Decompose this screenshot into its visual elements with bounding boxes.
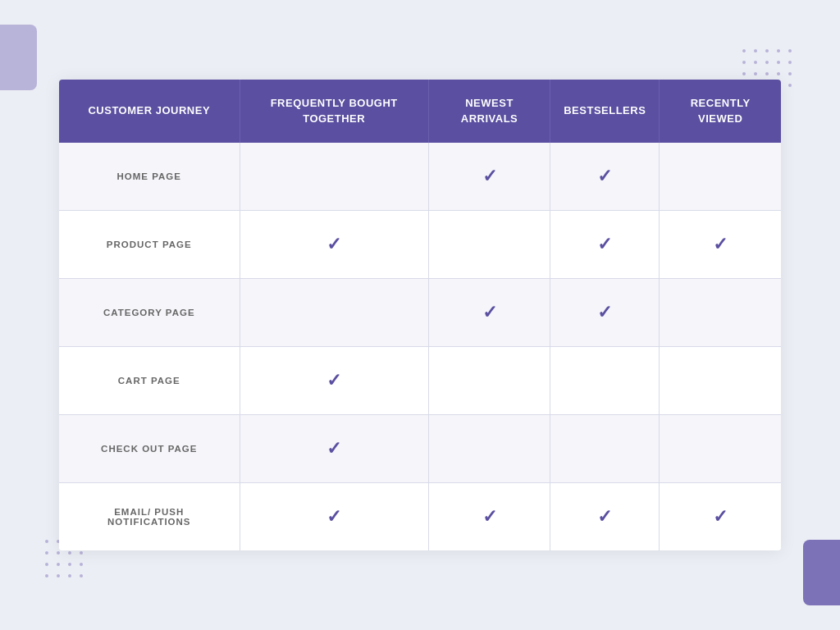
decorative-dot [788, 84, 792, 87]
checkmark-icon: ✓ [482, 506, 497, 527]
table-row: CHECK OUT PAGE✓ [59, 414, 781, 482]
newest-arrivals-cell: ✓ [428, 143, 550, 211]
frequently-bought-cell [240, 143, 428, 211]
header-frequently-bought: FREQUENTLY BOUGHT TOGETHER [240, 80, 428, 142]
journey-label: EMAIL/ PUSH NOTIFICATIONS [59, 482, 240, 550]
header-customer-journey: CUSTOMER JOURNEY [59, 80, 240, 142]
checkmark-icon: ✓ [326, 370, 341, 391]
header-newest-arrivals: NEWEST ARRIVALS [428, 80, 550, 142]
decorative-dot [765, 49, 769, 52]
comparison-table: CUSTOMER JOURNEY FREQUENTLY BOUGHT TOGET… [59, 80, 781, 550]
decorative-dot [45, 563, 48, 566]
journey-label: CART PAGE [59, 346, 240, 414]
frequently-bought-cell: ✓ [240, 346, 428, 414]
table-row: CATEGORY PAGE✓✓ [59, 278, 781, 346]
table-row: EMAIL/ PUSH NOTIFICATIONS✓✓✓✓ [59, 482, 781, 550]
newest-arrivals-cell: ✓ [428, 278, 550, 346]
checkmark-icon: ✓ [482, 166, 497, 187]
newest-arrivals-cell: ✓ [428, 482, 550, 550]
recently-viewed-cell [660, 414, 781, 482]
recently-viewed-cell: ✓ [660, 210, 781, 278]
checkmark-icon: ✓ [713, 506, 728, 527]
bestsellers-cell [550, 414, 660, 482]
journey-label: CHECK OUT PAGE [59, 414, 240, 482]
recently-viewed-cell: ✓ [660, 482, 781, 550]
newest-arrivals-cell [428, 346, 550, 414]
decorative-dot [68, 574, 71, 578]
decorative-dot [742, 72, 746, 75]
decorative-dot [57, 563, 60, 566]
checkmark-icon: ✓ [713, 234, 728, 255]
header-recently-viewed: RECENTLY VIEWED [660, 80, 781, 142]
decorative-dot [788, 61, 792, 64]
newest-arrivals-cell [428, 414, 550, 482]
decorative-dot [80, 551, 83, 555]
decorative-dot [80, 574, 83, 578]
decorative-dot [57, 574, 60, 578]
decorative-dot [68, 551, 71, 555]
decorative-dot [777, 61, 780, 64]
newest-arrivals-cell [428, 210, 550, 278]
decorative-dot [754, 49, 757, 52]
table-row: CART PAGE✓ [59, 346, 781, 414]
checkmark-icon: ✓ [597, 506, 612, 527]
journey-label: HOME PAGE [59, 143, 240, 211]
header-bestsellers: BESTSELLERS [550, 80, 660, 142]
decorative-dot [68, 563, 71, 566]
decorative-dot [742, 61, 746, 64]
decorative-dot [45, 551, 48, 555]
recently-viewed-cell [660, 143, 781, 211]
checkmark-icon: ✓ [597, 302, 612, 323]
recently-viewed-cell [660, 346, 781, 414]
checkmark-icon: ✓ [326, 438, 341, 459]
decorative-dot [777, 49, 780, 52]
bestsellers-cell: ✓ [550, 210, 660, 278]
decorative-dot [765, 72, 769, 75]
frequently-bought-cell: ✓ [240, 482, 428, 550]
bestsellers-cell: ✓ [550, 482, 660, 550]
corner-decoration-top-left [0, 25, 37, 90]
decorative-dot [57, 551, 60, 555]
decorative-dot [742, 49, 746, 52]
checkmark-icon: ✓ [597, 234, 612, 255]
journey-label: PRODUCT PAGE [59, 210, 240, 278]
frequently-bought-cell: ✓ [240, 414, 428, 482]
checkmark-icon: ✓ [326, 506, 341, 527]
bestsellers-cell: ✓ [550, 278, 660, 346]
recently-viewed-cell [660, 278, 781, 346]
decorative-dot [777, 72, 780, 75]
checkmark-icon: ✓ [482, 302, 497, 323]
table-header-row: CUSTOMER JOURNEY FREQUENTLY BOUGHT TOGET… [59, 80, 781, 142]
decorative-dot [45, 574, 48, 578]
bestsellers-cell: ✓ [550, 143, 660, 211]
decorative-dot [788, 72, 792, 75]
journey-label: CATEGORY PAGE [59, 278, 240, 346]
decorative-dot [765, 61, 769, 64]
comparison-table-container: CUSTOMER JOURNEY FREQUENTLY BOUGHT TOGET… [59, 80, 781, 550]
table-row: HOME PAGE✓✓ [59, 143, 781, 211]
decorative-dot [754, 61, 757, 64]
frequently-bought-cell: ✓ [240, 210, 428, 278]
decorative-dot [45, 540, 48, 543]
decorative-dot [788, 49, 792, 52]
checkmark-icon: ✓ [326, 234, 341, 255]
table-row: PRODUCT PAGE✓✓✓ [59, 210, 781, 278]
frequently-bought-cell [240, 278, 428, 346]
checkmark-icon: ✓ [597, 166, 612, 187]
corner-decoration-bottom-right [803, 540, 840, 605]
decorative-dot [754, 72, 757, 75]
bestsellers-cell [550, 346, 660, 414]
decorative-dot [80, 563, 83, 566]
